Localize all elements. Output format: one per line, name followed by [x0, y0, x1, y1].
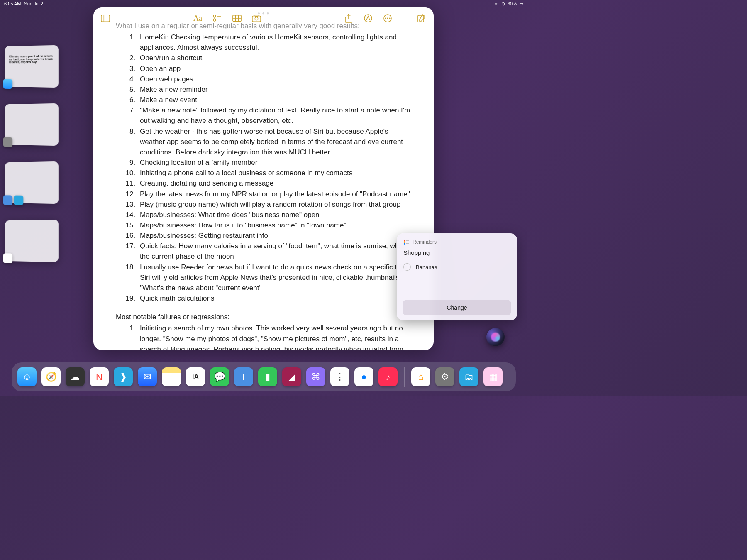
dock-separator — [404, 367, 405, 387]
dock-app-goodnotes[interactable]: ❱ — [114, 367, 133, 386]
reminders-list-name: Shopping — [397, 247, 517, 259]
notes-list-item: Maps/businesses: Getting restaurant info — [137, 230, 411, 241]
notes-list-item: Play the latest news from my NPR station… — [137, 189, 411, 199]
stage-manager-strip: Climate nears point of no return as land… — [4, 46, 58, 262]
reminder-item-label: Bananas — [416, 264, 437, 270]
svg-point-23 — [404, 243, 405, 245]
dock-app-reminders[interactable]: ⋮ — [330, 367, 349, 386]
svg-point-22 — [404, 241, 405, 243]
notes-list-item: I usually use Reeder for news but if I w… — [137, 262, 411, 293]
notes-body[interactable]: What I use on a regular or semi-regular … — [93, 21, 434, 350]
safari-icon — [3, 79, 12, 89]
dock-app-tot[interactable]: T — [234, 367, 253, 386]
notes-list-item: Initiating a phone call to a local busin… — [137, 168, 411, 178]
notes-list-item: Make a new event — [137, 95, 411, 105]
status-bar: 6:05 AM Sun Jul 2 ᯤ ⊙ 60% ▭ — [0, 0, 527, 7]
failures-list: Initiating a search of my own photos. Th… — [116, 323, 411, 350]
notes-list-item: Open web pages — [137, 74, 411, 84]
battery-percent: 60% — [508, 1, 517, 6]
notes-window[interactable]: ● ● ● Aa What I use on a regular or semi… — [93, 7, 434, 350]
notes-list-item: Play (music group name) which will play … — [137, 199, 411, 210]
dock-app-news[interactable]: N — [90, 367, 109, 386]
svg-rect-0 — [101, 15, 110, 22]
rotation-lock-icon: ⊙ — [501, 1, 505, 7]
stage-item-home[interactable] — [5, 220, 59, 262]
camera-icon[interactable] — [252, 14, 261, 23]
compose-icon[interactable] — [417, 14, 426, 23]
change-button[interactable]: Change — [403, 300, 511, 315]
notes-list-item: Get the weather - this has gotten worse … — [137, 126, 411, 157]
markup-icon[interactable] — [364, 14, 373, 23]
dock-app-shortcuts-alt[interactable]: ⌘ — [306, 367, 325, 386]
dock-app-files[interactable]: 🗂 — [459, 367, 478, 386]
dock-app-ia-writer[interactable]: iA — [186, 367, 205, 386]
table-icon[interactable] — [232, 14, 242, 23]
wifi-icon: ᯤ — [494, 1, 499, 6]
svg-point-21 — [404, 240, 405, 241]
text-format-icon[interactable]: Aa — [193, 14, 203, 23]
reminder-checkbox[interactable] — [403, 263, 411, 271]
notes-list-item: Quick math calculations — [137, 293, 411, 303]
share-icon[interactable] — [344, 14, 353, 23]
svg-point-11 — [255, 17, 258, 20]
status-date: Sun Jul 2 — [24, 1, 43, 6]
reminders-icon — [403, 239, 409, 245]
reminder-item[interactable]: Bananas — [397, 259, 517, 275]
notes-list-item: Checking location of a family member — [137, 157, 411, 168]
stage-item-safari[interactable]: Climate nears point of no return as land… — [5, 45, 59, 88]
dock-app-numbers[interactable]: ▮ — [258, 367, 277, 386]
dock-app-weather[interactable]: ☁ — [66, 367, 85, 386]
dock-app-safari[interactable]: 🧭 — [42, 367, 61, 386]
notes-list-item: Maps/businesses: How far is it to "busin… — [137, 220, 411, 230]
dock-app-things[interactable]: ● — [354, 367, 374, 386]
checklist-icon[interactable] — [213, 14, 222, 23]
files-icon — [14, 196, 23, 205]
dock-app-notes[interactable] — [162, 367, 181, 386]
dock-app-settings[interactable]: ⚙ — [435, 367, 454, 386]
home-icon — [3, 253, 12, 263]
svg-point-2 — [213, 15, 216, 17]
notes-list-item: Open/run a shortcut — [137, 53, 411, 63]
notes-list-item: Make a new reminder — [137, 84, 411, 95]
dock-app-finder[interactable]: ☺ — [17, 367, 37, 386]
svg-rect-12 — [255, 15, 258, 17]
notes-list-item: "Make a new note" followed by my dictati… — [137, 105, 411, 126]
dock-app-mail[interactable]: ✉ — [138, 367, 157, 386]
sidebar-toggle-icon[interactable] — [101, 14, 110, 23]
reminders-card[interactable]: Reminders Shopping Bananas Change — [397, 233, 517, 320]
notes-list-item: Creating, dictating and sending a messag… — [137, 178, 411, 188]
svg-point-3 — [213, 19, 216, 21]
notes-list-item: Maps/businesses: What time does "busines… — [137, 210, 411, 220]
battery-icon: ▭ — [519, 1, 523, 7]
notes-list-item: HomeKit: Checking temperature of various… — [137, 32, 411, 53]
dock: ☺🧭☁N❱✉iA💬T▮◢⌘⋮●♪⌂⚙🗂▦ — [12, 362, 516, 391]
siri-orb[interactable] — [486, 328, 505, 346]
failures-list-item: Initiating a search of my own photos. Th… — [137, 323, 411, 350]
dock-app-messages[interactable]: 💬 — [210, 367, 229, 386]
svg-point-18 — [387, 18, 388, 19]
tot-icon — [3, 195, 12, 205]
notes-list-item: Open an app — [137, 64, 411, 74]
svg-point-17 — [385, 18, 386, 19]
failures-heading: Most notable failures or regressions: — [116, 312, 411, 322]
dock-app-split[interactable]: ▦ — [483, 367, 503, 386]
notes-list-item: Quick facts: How many calories in a serv… — [137, 241, 411, 262]
settings-icon — [3, 137, 12, 147]
stage-item-files[interactable] — [5, 161, 59, 204]
dock-app-home[interactable]: ⌂ — [411, 367, 430, 386]
svg-point-19 — [389, 18, 390, 19]
dock-app-music[interactable]: ♪ — [378, 367, 398, 386]
notes-list: HomeKit: Checking temperature of various… — [116, 32, 411, 303]
status-time: 6:05 AM — [4, 1, 21, 6]
stage-item-settings[interactable] — [5, 103, 59, 146]
reminders-app-label: Reminders — [413, 239, 437, 245]
notes-toolbar: Aa — [93, 7, 434, 29]
dock-app-affinity[interactable]: ◢ — [282, 367, 301, 386]
more-icon[interactable] — [383, 14, 392, 23]
